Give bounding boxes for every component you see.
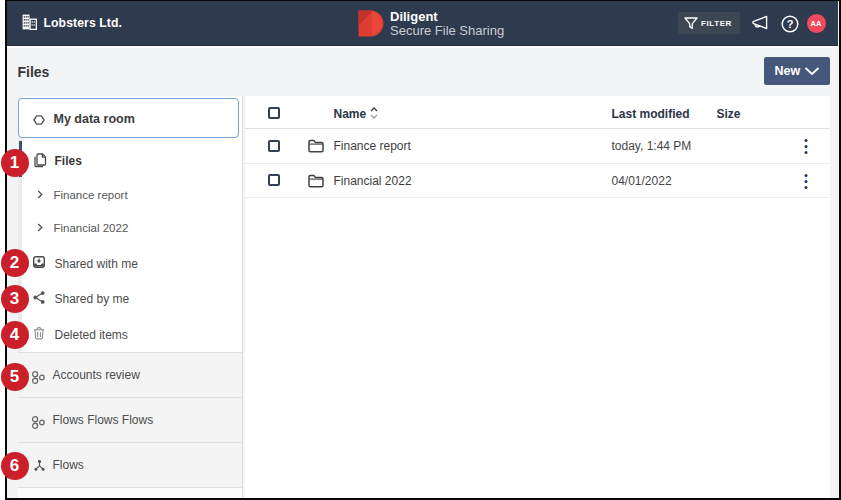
- svg-text:?: ?: [786, 18, 793, 30]
